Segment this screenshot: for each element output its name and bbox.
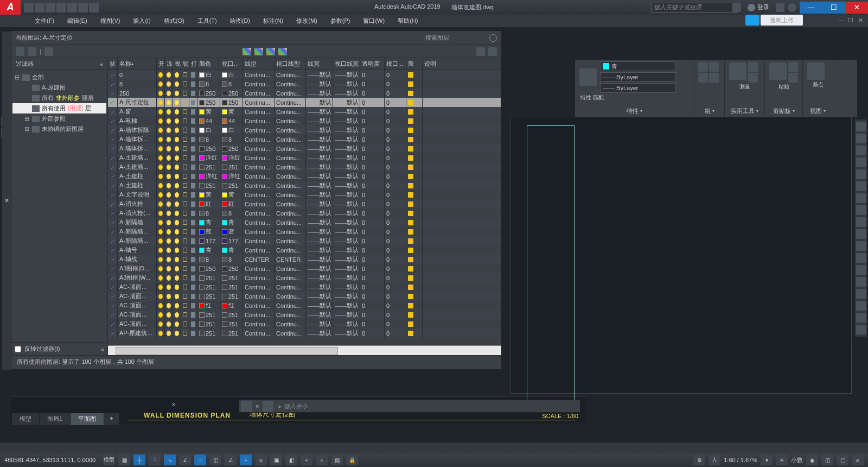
sun-vp-icon[interactable] — [175, 81, 179, 87]
plot-icon[interactable] — [191, 312, 195, 318]
sun-icon[interactable] — [167, 137, 171, 142]
lock-icon[interactable] — [183, 91, 187, 96]
anno-visibility-icon[interactable]: ✳ — [776, 455, 788, 465]
menu-item[interactable]: 工具(T) — [191, 15, 224, 27]
new-vp-icon[interactable] — [408, 118, 413, 124]
sun-vp-icon[interactable] — [175, 174, 179, 179]
select-icon[interactable] — [748, 62, 758, 72]
lock-icon[interactable] — [183, 257, 187, 262]
sun-icon[interactable] — [167, 331, 171, 336]
bulb-on-icon[interactable] — [158, 165, 163, 170]
qat-plot-icon[interactable] — [67, 3, 77, 12]
infocenter-search-icon[interactable] — [732, 3, 741, 12]
bulb-on-icon[interactable] — [158, 137, 163, 142]
new-vp-icon[interactable] — [408, 146, 413, 152]
lineweight-dropdown[interactable]: —— ByLayer — [600, 72, 676, 82]
tree-node[interactable]: 所有非外部参照层 — [12, 93, 106, 103]
bulb-on-icon[interactable] — [158, 72, 163, 78]
nav-wheel-icon[interactable] — [856, 122, 866, 131]
tree-node-all[interactable]: ⊟ 全部 — [12, 72, 106, 83]
column-header[interactable]: 状 — [108, 58, 118, 70]
new-vp-icon[interactable] — [408, 192, 413, 198]
lock-icon[interactable] — [183, 211, 187, 216]
sun-vp-icon[interactable] — [175, 229, 179, 235]
sun-vp-icon[interactable] — [175, 128, 179, 133]
column-header[interactable]: 线宽 — [306, 58, 333, 70]
nav-icon[interactable] — [856, 325, 866, 335]
qat-save-icon[interactable] — [46, 3, 55, 12]
sun-icon[interactable] — [167, 118, 171, 124]
bulb-on-icon[interactable] — [158, 220, 163, 225]
bulb-on-icon[interactable] — [158, 155, 163, 161]
units-label[interactable]: 小数 — [791, 456, 803, 464]
layer-row[interactable]: ⟋ A-新隔墙... 177 177 Continu... Continu...… — [108, 236, 501, 245]
nav-icon[interactable] — [856, 289, 866, 299]
nav-icon[interactable] — [856, 277, 866, 287]
grid-rows[interactable]: ⟋ 0 白 白 Continu... Continu... —— 默认 —— 默… — [108, 70, 501, 345]
nav-icon[interactable] — [856, 193, 866, 203]
sun-icon[interactable] — [167, 146, 171, 152]
layout-tab[interactable]: 平面图 — [71, 413, 104, 425]
new-vp-icon[interactable] — [408, 183, 413, 188]
isolate-objects-icon[interactable]: ◫ — [821, 455, 833, 465]
lock-icon[interactable] — [183, 229, 187, 234]
layer-row[interactable]: ⟋ A-土建墙... 洋红 洋红 Continu... Continu... —… — [108, 153, 501, 162]
layer-row[interactable]: ⟋ A-轴号 青 青 Continu... Continu... —— 默认 —… — [108, 245, 501, 255]
plot-icon[interactable] — [191, 192, 195, 198]
plot-icon[interactable] — [191, 137, 195, 142]
column-header[interactable]: 名称 ▴ — [118, 58, 157, 70]
menu-item[interactable]: 窗口(W) — [356, 15, 391, 27]
layer-row[interactable]: ⟋ A-土建墙... 251 251 Continu... Continu...… — [108, 162, 501, 172]
sun-vp-icon[interactable] — [175, 165, 179, 170]
basepoint-icon[interactable] — [807, 62, 825, 80]
new-vp-icon[interactable] — [408, 238, 413, 244]
layer-row[interactable]: ⟋ A-消火栓(... 8 8 Continu... Continu... ——… — [108, 209, 501, 218]
bulb-on-icon[interactable] — [158, 229, 163, 235]
bulb-on-icon[interactable] — [158, 285, 163, 290]
plot-icon[interactable] — [191, 294, 195, 299]
bulb-on-icon[interactable] — [158, 201, 163, 207]
sun-icon[interactable] — [167, 109, 171, 115]
layer-row[interactable]: ⟋ AC-顶面... 红 红 Continu... Continu... —— … — [108, 301, 501, 310]
color-dropdown[interactable]: 青 — [600, 61, 676, 71]
layer-state-icon[interactable] — [44, 47, 53, 56]
maximize-button[interactable]: ☐ — [822, 2, 845, 14]
lock-icon[interactable] — [183, 100, 187, 105]
nav-icon[interactable] — [856, 181, 866, 191]
lock-icon[interactable] — [183, 146, 187, 151]
lock-icon[interactable] — [183, 201, 187, 206]
ortho-mode-icon[interactable]: └ — [149, 455, 161, 465]
hardware-accel-icon[interactable]: ◉ — [806, 455, 818, 465]
new-layer-vpfreeze-icon[interactable] — [254, 48, 263, 55]
layer-row[interactable]: ⟋ A-土建柱 251 251 Continu... Continu... ——… — [108, 181, 501, 190]
cmd-customize-icon[interactable] — [263, 401, 273, 412]
column-header[interactable]: 新 — [406, 58, 423, 70]
grid-mode-icon[interactable]: ▦ — [118, 455, 130, 465]
sun-icon[interactable] — [167, 183, 171, 188]
qat-undo-icon[interactable] — [78, 3, 88, 12]
menu-item[interactable]: 帮助(H) — [391, 15, 424, 27]
sun-icon[interactable] — [167, 128, 171, 133]
layer-row[interactable]: ⟋ A-轴线 8 8 CENTER CENTER —— 默认 —— 默认 0 0 — [108, 255, 501, 264]
close-button[interactable]: ✕ — [845, 2, 868, 14]
sun-vp-icon[interactable] — [175, 321, 179, 327]
sun-vp-icon[interactable] — [175, 118, 179, 124]
copy-icon[interactable] — [788, 73, 798, 83]
lock-icon[interactable] — [183, 165, 187, 169]
doc-close-icon[interactable]: ✕ — [856, 17, 865, 24]
sun-icon[interactable] — [167, 257, 171, 262]
menu-item[interactable]: 文件(F) — [28, 15, 61, 27]
collapse-icon[interactable]: « — [101, 346, 104, 352]
workspace-switching-icon[interactable]: ⚙ — [693, 455, 705, 465]
grid-header[interactable]: 状名称 ▴开冻视锁打颜色视口...线型视口线型线宽视口线宽透明度视口...新说明 — [108, 58, 501, 70]
nav-icon[interactable] — [856, 265, 866, 275]
column-header[interactable]: 线型 — [243, 58, 275, 70]
3dosnap-icon[interactable]: ◫ — [209, 455, 221, 465]
sun-icon[interactable] — [167, 321, 171, 327]
plot-icon[interactable] — [191, 109, 195, 115]
quick-props-icon[interactable]: ▤ — [331, 455, 343, 465]
qat-redo-icon[interactable] — [89, 3, 99, 12]
nav-icon[interactable] — [856, 217, 866, 227]
filter-tree[interactable]: ⊟ 全部 A-原建图 所有非外部参照层 所有使用[用]图层⊞ 外部参照⊞ 未协调… — [11, 70, 107, 342]
sun-vp-icon[interactable] — [175, 275, 179, 281]
